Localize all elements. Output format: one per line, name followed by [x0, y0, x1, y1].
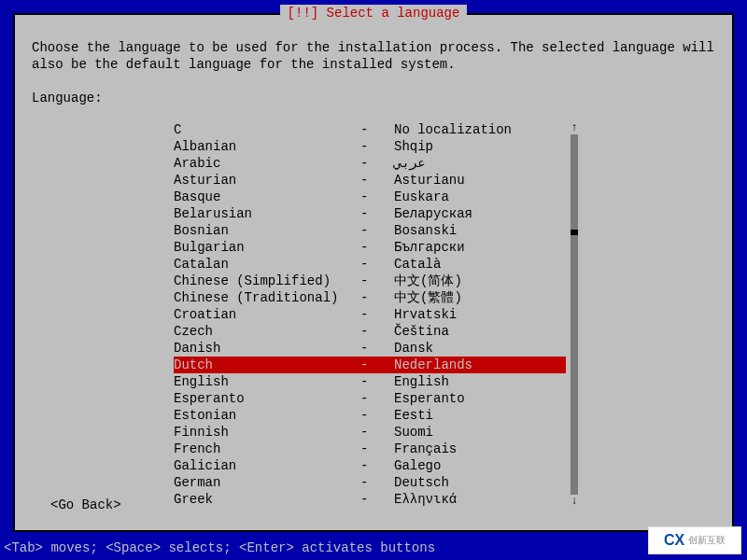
language-row[interactable]: Esperanto-Esperanto — [174, 390, 566, 407]
language-row[interactable]: Czech-Čeština — [174, 323, 566, 340]
language-native: Dansk — [394, 340, 566, 357]
language-native: Ελληνικά — [394, 491, 566, 508]
language-native: Bosanski — [394, 222, 566, 239]
language-native: Hrvatski — [394, 306, 566, 323]
language-english: English — [174, 373, 360, 390]
dash-separator: - — [360, 441, 394, 457]
language-native: 中文(繁體) — [394, 289, 566, 306]
language-row[interactable]: Albanian-Shqip — [174, 138, 566, 155]
dash-separator: - — [360, 138, 394, 155]
language-english: Albanian — [174, 138, 360, 155]
language-native: Беларуская — [394, 205, 566, 222]
dash-separator: - — [360, 205, 394, 222]
language-row[interactable]: Asturian-Asturianu — [174, 172, 566, 189]
language-english: Greek — [174, 491, 360, 508]
language-native: Deutsch — [394, 474, 566, 491]
language-row[interactable]: French-Français — [174, 441, 566, 457]
dash-separator: - — [360, 424, 394, 441]
language-row[interactable]: Galician-Galego — [174, 457, 566, 474]
language-english: Galician — [174, 457, 360, 474]
dash-separator: - — [360, 340, 394, 357]
dash-separator: - — [360, 222, 394, 239]
language-native: Galego — [394, 457, 566, 474]
language-english: Asturian — [174, 172, 360, 189]
scrollbar-track[interactable] — [571, 134, 578, 495]
dash-separator: - — [360, 491, 394, 508]
language-english: Esperanto — [174, 390, 360, 407]
watermark-text: 创新互联 — [688, 532, 726, 549]
language-english: French — [174, 441, 360, 457]
dash-separator: - — [360, 289, 394, 306]
language-row[interactable]: Belarusian-Беларуская — [174, 205, 566, 222]
language-row[interactable]: Estonian-Eesti — [174, 407, 566, 424]
language-row[interactable]: Dutch-Nederlands — [174, 357, 566, 373]
language-list[interactable]: C-No localizationAlbanian-ShqipArabic-عر… — [174, 121, 566, 508]
instruction-text: Choose the language to be used for the i… — [32, 39, 715, 73]
language-english: Catalan — [174, 256, 360, 273]
dash-separator: - — [360, 273, 394, 289]
language-row[interactable]: Bulgarian-Български — [174, 239, 566, 256]
dash-separator: - — [360, 323, 394, 340]
language-native: عربي — [394, 155, 566, 172]
language-native: No localization — [394, 121, 566, 138]
dash-separator: - — [360, 121, 394, 138]
language-english: Belarusian — [174, 205, 360, 222]
language-row[interactable]: Catalan-Català — [174, 256, 566, 273]
footer-hint: <Tab> moves; <Space> selects; <Enter> ac… — [0, 538, 747, 560]
language-native: Esperanto — [394, 390, 566, 407]
language-row[interactable]: Danish-Dansk — [174, 340, 566, 357]
language-english: Dutch — [174, 357, 360, 373]
language-row[interactable]: Greek-Ελληνικά — [174, 491, 566, 508]
dash-separator: - — [360, 239, 394, 256]
language-native: 中文(简体) — [394, 273, 566, 289]
dialog-title: [!!] Select a language — [280, 5, 468, 21]
language-english: C — [174, 121, 360, 138]
field-label: Language: — [32, 90, 715, 106]
language-row[interactable]: Bosnian-Bosanski — [174, 222, 566, 239]
language-english: Bosnian — [174, 222, 360, 239]
language-native: English — [394, 373, 566, 390]
language-row[interactable]: Chinese (Simplified)-中文(简体) — [174, 273, 566, 289]
language-native: Asturianu — [394, 172, 566, 189]
language-native: Български — [394, 239, 566, 256]
language-native: Euskara — [394, 189, 566, 205]
watermark-logo: CX — [664, 532, 684, 549]
dash-separator: - — [360, 306, 394, 323]
language-english: Basque — [174, 189, 360, 205]
dash-separator: - — [360, 155, 394, 172]
go-back-button[interactable]: <Go Back> — [50, 497, 121, 513]
language-row[interactable]: German-Deutsch — [174, 474, 566, 491]
language-english: Finnish — [174, 424, 360, 441]
language-native: Suomi — [394, 424, 566, 441]
language-native: Català — [394, 256, 566, 273]
language-row[interactable]: Chinese (Traditional)-中文(繁體) — [174, 289, 566, 306]
dash-separator: - — [360, 390, 394, 407]
language-english: Bulgarian — [174, 239, 360, 256]
language-row[interactable]: C-No localization — [174, 121, 566, 138]
language-row[interactable]: Croatian-Hrvatski — [174, 306, 566, 323]
dash-separator: - — [360, 189, 394, 205]
language-row[interactable]: Arabic-عربي — [174, 155, 566, 172]
language-row[interactable]: English-English — [174, 373, 566, 390]
dash-separator: - — [360, 407, 394, 424]
scrollbar[interactable]: ↑ ↓ — [570, 121, 579, 508]
dialog-content: Choose the language to be used for the i… — [32, 39, 715, 508]
language-native: Eesti — [394, 407, 566, 424]
language-native: Nederlands — [394, 357, 566, 373]
scroll-down-icon[interactable]: ↓ — [571, 495, 577, 508]
language-english: Estonian — [174, 407, 360, 424]
language-english: Danish — [174, 340, 360, 357]
language-row[interactable]: Basque-Euskara — [174, 189, 566, 205]
dash-separator: - — [360, 457, 394, 474]
language-native: Čeština — [394, 323, 566, 340]
language-english: German — [174, 474, 360, 491]
watermark-badge: CX 创新互联 — [648, 526, 741, 554]
scroll-up-icon[interactable]: ↑ — [571, 121, 577, 134]
dash-separator: - — [360, 256, 394, 273]
language-native: Shqip — [394, 138, 566, 155]
language-row[interactable]: Finnish-Suomi — [174, 424, 566, 441]
dialog-frame: [!!] Select a language Choose the langua… — [13, 13, 734, 532]
language-english: Czech — [174, 323, 360, 340]
dialog-title-wrap: [!!] Select a language — [15, 5, 732, 21]
scrollbar-thumb[interactable] — [571, 230, 578, 235]
